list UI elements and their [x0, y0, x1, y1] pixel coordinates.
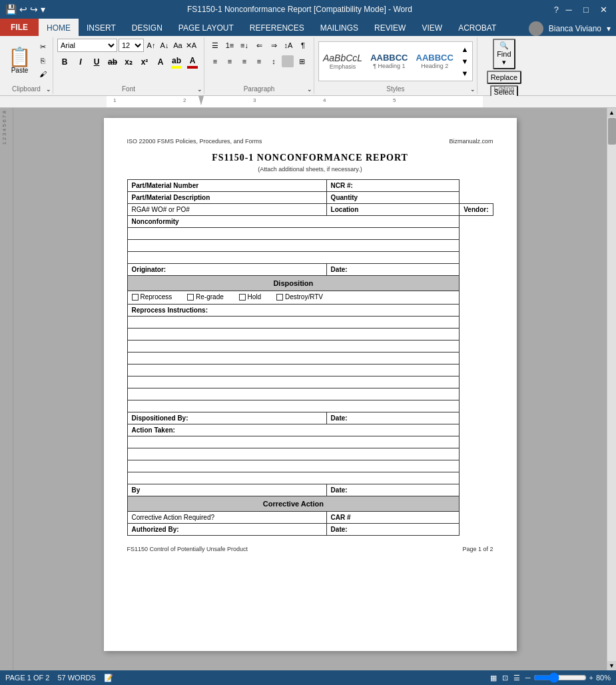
scroll-down-button[interactable]: ▼ [607, 661, 617, 670]
clear-format-button[interactable]: ✕A [185, 39, 197, 51]
scroll-thumb[interactable] [608, 118, 616, 145]
underline-button[interactable]: U [89, 55, 104, 69]
empty-cell [127, 240, 460, 252]
paragraph-expand[interactable]: ⌄ [307, 86, 312, 93]
align-center-button[interactable]: ≡ [223, 55, 236, 68]
reprocess-checkbox[interactable] [132, 294, 139, 301]
italic-button[interactable]: I [73, 55, 88, 69]
close-button[interactable]: ✕ [596, 3, 611, 16]
grow-font-button[interactable]: A↑ [145, 39, 157, 51]
increase-indent-button[interactable]: ⇒ [267, 39, 280, 52]
align-right-button[interactable]: ≡ [238, 55, 251, 68]
replace-button[interactable]: Replace [487, 71, 521, 84]
title-bar: 💾 ↩ ↪ ▾ FS1150-1 Nonconformance Report [… [0, 0, 616, 19]
strikethrough-button[interactable]: ab [105, 55, 120, 69]
format-painter-button[interactable]: 🖌 [37, 68, 49, 80]
shrink-font-button[interactable]: A↓ [158, 39, 170, 51]
track-changes-icon[interactable]: 📝 [104, 674, 113, 682]
sort-button[interactable]: ↕A [282, 39, 295, 52]
bullets-button[interactable]: ☰ [208, 39, 222, 52]
find-dropdown[interactable]: ▾ [502, 58, 506, 67]
bold-button[interactable]: B [57, 55, 72, 69]
quick-access-toolbar[interactable]: 💾 ↩ ↪ ▾ [5, 4, 45, 15]
numbering-button[interactable]: 1≡ [223, 39, 236, 52]
help-icon[interactable]: ? [554, 5, 559, 15]
vertical-scrollbar[interactable]: ▲ ▼ [607, 108, 616, 670]
tab-home[interactable]: HOME [39, 19, 79, 36]
change-case-button[interactable]: Aa [172, 39, 184, 51]
minimize-button[interactable]: ─ [561, 3, 576, 16]
text-effects-button[interactable]: A [153, 55, 168, 69]
destroy-checkbox-item[interactable]: Destroy/RTV [276, 293, 323, 301]
show-formatting-button[interactable]: ¶ [296, 39, 310, 52]
regrade-checkbox-item[interactable]: Re-grade [187, 293, 224, 301]
copy-button[interactable]: ⎘ [37, 55, 49, 67]
shading-button[interactable] [282, 55, 294, 67]
line-spacing-button[interactable]: ↕ [267, 55, 280, 68]
paste-button[interactable]: 📋 Paste [4, 47, 35, 75]
user-avatar [529, 21, 543, 36]
tab-acrobat[interactable]: ACROBAT [450, 19, 504, 36]
font-size-select[interactable]: 12 [119, 39, 144, 52]
tab-insert[interactable]: INSERT [79, 19, 124, 36]
hold-checkbox-item[interactable]: Hold [239, 293, 262, 301]
style-heading1[interactable]: AABBCC ¶ Heading 1 [368, 51, 410, 71]
font-color-button[interactable]: A [185, 55, 200, 69]
zoom-control[interactable]: ─ + 80% [525, 672, 611, 683]
style-heading2[interactable]: AABBCC Heading 2 [414, 51, 456, 71]
borders-button[interactable]: ⊞ [295, 55, 308, 68]
styles-more[interactable]: ▼ [459, 67, 471, 79]
tab-references[interactable]: REFERENCES [242, 19, 312, 36]
zoom-slider-input[interactable] [533, 672, 587, 683]
font-name-select[interactable]: Arial [57, 39, 117, 52]
status-left: PAGE 1 OF 2 57 WORDS 📝 [5, 674, 113, 682]
highlight-button[interactable]: ab [169, 55, 184, 69]
clipboard-expand[interactable]: ⌄ [46, 86, 51, 93]
undo-icon[interactable]: ↩ [19, 4, 27, 15]
style-emphasis[interactable]: AaBbCcL Emphasis [320, 51, 365, 71]
justify-button[interactable]: ≡ [252, 55, 266, 68]
reprocess-checkbox-item[interactable]: Reprocess [132, 293, 172, 301]
tab-mailings[interactable]: MAILINGS [312, 19, 366, 36]
styles-scroll-down[interactable]: ▼ [459, 55, 471, 67]
regrade-checkbox[interactable] [187, 294, 194, 301]
view-print-icon[interactable]: ▦ [490, 674, 497, 682]
tab-review[interactable]: REVIEW [366, 19, 414, 36]
tab-design[interactable]: DESIGN [124, 19, 170, 36]
scroll-track[interactable] [607, 117, 616, 661]
multilevel-button[interactable]: ≡↓ [238, 39, 251, 52]
paste-icon: 📋 [8, 48, 31, 67]
align-left-button[interactable]: ≡ [208, 55, 222, 68]
cut-button[interactable]: ✂ [37, 41, 49, 53]
document-area[interactable]: ISO 22000 FSMS Policies, Procedures, and… [13, 108, 607, 670]
page-indicator: PAGE 1 OF 2 [5, 674, 49, 682]
view-outline-icon[interactable]: ☰ [513, 674, 520, 682]
by-label: By [127, 484, 326, 496]
font-expand[interactable]: ⌄ [197, 86, 202, 93]
styles-expand[interactable]: ⌄ [470, 86, 475, 93]
user-name[interactable]: Bianca Viviano [549, 24, 601, 33]
zoom-out-button[interactable]: ─ [525, 674, 531, 682]
superscript-button[interactable]: x² [137, 55, 152, 69]
customize-icon[interactable]: ▾ [41, 4, 45, 15]
subscript-button[interactable]: x₂ [121, 55, 136, 69]
dispositioned-date-label: Date: [326, 412, 460, 424]
tab-page-layout[interactable]: PAGE LAYOUT [170, 19, 242, 36]
scroll-up-button[interactable]: ▲ [607, 108, 617, 117]
view-web-icon[interactable]: ⊡ [502, 674, 508, 682]
find-button[interactable]: 🔍 Find ▾ [493, 39, 515, 69]
clipboard-content: 📋 Paste ✂ ⎘ 🖌 [4, 39, 49, 93]
tab-file[interactable]: FILE [0, 19, 39, 36]
tab-view[interactable]: VIEW [414, 19, 450, 36]
table-row [127, 364, 493, 376]
destroy-checkbox[interactable] [276, 294, 283, 301]
hold-checkbox[interactable] [239, 294, 246, 301]
maximize-button[interactable]: □ [579, 3, 593, 16]
user-dropdown-icon[interactable]: ▾ [607, 24, 611, 33]
save-icon[interactable]: 💾 [5, 4, 17, 15]
zoom-in-button[interactable]: + [589, 674, 593, 682]
decrease-indent-button[interactable]: ⇐ [252, 39, 266, 52]
redo-icon[interactable]: ↪ [30, 4, 38, 15]
styles-scroll-up[interactable]: ▲ [459, 43, 471, 55]
table-row: By Date: [127, 484, 493, 496]
